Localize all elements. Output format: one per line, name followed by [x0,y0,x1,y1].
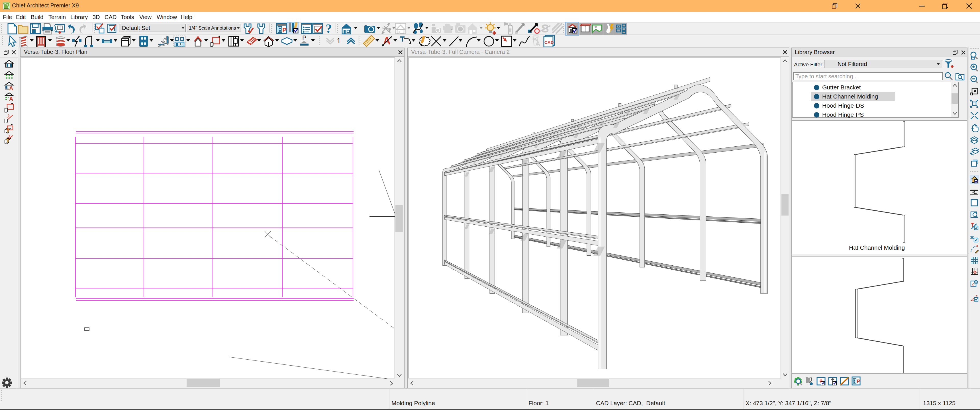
svg-text:A: A [9,96,13,102]
svg-text:A: A [9,85,13,91]
svg-text:P: P [302,35,307,41]
svg-text:?: ? [326,22,332,35]
svg-text:P: P [282,27,286,33]
svg-text:P: P [857,379,860,385]
svg-text:A: A [535,39,541,47]
svg-text:CAD: CAD [544,40,554,45]
